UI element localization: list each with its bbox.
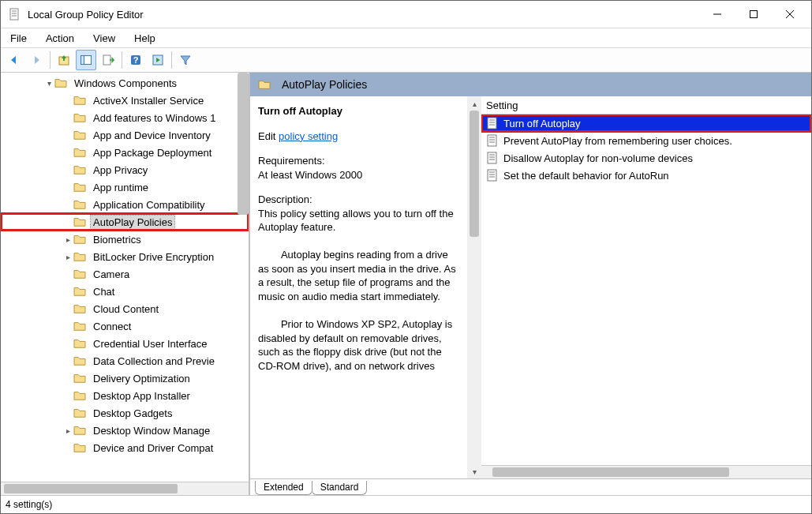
edit-label: Edit: [258, 130, 275, 142]
tree-horizontal-scrollbar-thumb[interactable]: [4, 484, 178, 493]
column-header-setting[interactable]: Setting: [481, 96, 811, 114]
menu-help[interactable]: Help: [131, 31, 159, 46]
window-title: Local Group Policy Editor: [28, 9, 699, 21]
svg-rect-5: [750, 11, 758, 18]
tree-item[interactable]: Desktop App Installer: [1, 387, 249, 404]
folder-icon: [258, 79, 275, 90]
tree-item[interactable]: BitLocker Drive Encryption: [1, 248, 249, 265]
help-button[interactable]: ?: [125, 50, 146, 70]
svg-rect-0: [10, 9, 18, 20]
settings-list-body[interactable]: Turn off AutoplayPrevent AutoPlay from r…: [481, 114, 811, 465]
tree-item[interactable]: Delivery Optimization: [1, 370, 249, 387]
tree-item[interactable]: App and Device Inventory: [1, 126, 249, 144]
requirements-label: Requirements:: [258, 155, 325, 167]
svg-rect-23: [488, 152, 496, 163]
list-horizontal-scrollbar[interactable]: [481, 465, 811, 478]
setting-row[interactable]: Set the default behavior for AutoRun: [481, 167, 811, 184]
tree-item-root[interactable]: Windows Components: [1, 74, 249, 92]
toolbar-separator: [122, 51, 122, 69]
tree-item[interactable]: Chat: [1, 283, 249, 300]
svg-rect-15: [488, 118, 496, 129]
tree-pane: Windows ComponentsActiveX Installer Serv…: [1, 73, 249, 495]
list-horizontal-scrollbar-thumb[interactable]: [492, 467, 729, 477]
up-button[interactable]: [54, 50, 74, 70]
description-text: This policy setting allows you to turn o…: [258, 208, 458, 372]
toolbar-separator: [171, 51, 172, 69]
view-tabs: Extended Standard: [250, 478, 811, 495]
requirements: Requirements: At least Windows 2000: [258, 154, 459, 182]
svg-text:?: ?: [133, 55, 139, 65]
requirements-value: At least Windows 2000: [258, 169, 362, 181]
scroll-up-icon[interactable]: ▴: [467, 96, 481, 111]
description: Description: This policy setting allows …: [258, 193, 459, 373]
status-text: 4 setting(s): [6, 499, 52, 510]
tree-item[interactable]: Application Compatibility: [1, 196, 249, 213]
chevron-down-icon[interactable]: [43, 79, 54, 88]
category-title: AutoPlay Policies: [282, 78, 367, 91]
menu-view[interactable]: View: [90, 31, 118, 46]
menu-file[interactable]: File: [7, 31, 30, 46]
category-header: AutoPlay Policies: [250, 73, 811, 96]
tree-item[interactable]: Connect: [1, 317, 249, 335]
tree-item[interactable]: App runtime: [1, 178, 249, 196]
export-list-button[interactable]: [98, 50, 118, 70]
description-label: Description:: [258, 193, 312, 205]
tree-item[interactable]: Desktop Gadgets: [1, 404, 249, 422]
show-tree-button[interactable]: [76, 50, 96, 70]
menubar: File Action View Help: [1, 28, 811, 48]
edit-policy-link[interactable]: policy setting: [279, 130, 338, 142]
tab-standard[interactable]: Standard: [312, 481, 368, 495]
setting-row[interactable]: Prevent AutoPlay from remembering user c…: [481, 132, 811, 149]
tree-horizontal-scrollbar[interactable]: [1, 482, 249, 495]
list-vertical-scrollbar[interactable]: ▴ ▾: [467, 96, 481, 478]
tree-item[interactable]: Device and Driver Compat: [1, 439, 249, 456]
edit-line: Edit policy setting: [258, 129, 459, 144]
chevron-right-icon[interactable]: [62, 426, 73, 435]
toolbar: ?: [1, 48, 811, 73]
scrollbar-track[interactable]: [467, 111, 481, 464]
window-buttons: [699, 1, 808, 28]
menu-action[interactable]: Action: [43, 31, 77, 46]
tree-item[interactable]: Cloud Content: [1, 300, 249, 317]
chevron-right-icon[interactable]: [62, 253, 73, 261]
content-area: Turn off Autoplay Edit policy setting Re…: [250, 96, 811, 478]
policy-title: Turn off Autoplay: [258, 104, 459, 118]
tree-scroll: Windows ComponentsActiveX Installer Serv…: [1, 73, 249, 482]
scroll-down-icon[interactable]: ▾: [467, 464, 481, 478]
filter-button[interactable]: [175, 50, 196, 70]
svg-rect-19: [488, 135, 496, 146]
details-pane: AutoPlay Policies Turn off Autoplay Edit…: [249, 73, 811, 495]
svg-rect-10: [81, 56, 84, 65]
minimize-button[interactable]: [699, 1, 735, 28]
maximize-button[interactable]: [735, 1, 772, 28]
properties-button[interactable]: [148, 50, 168, 70]
back-button[interactable]: [4, 50, 24, 70]
close-button[interactable]: [772, 1, 808, 28]
tree-item[interactable]: Data Collection and Previe: [1, 352, 249, 370]
tree-item[interactable]: Credential User Interface: [1, 335, 249, 352]
scrollbar-thumb[interactable]: [470, 111, 479, 237]
app-icon: [9, 8, 21, 21]
tree-vertical-scrollbar-thumb[interactable]: [238, 73, 249, 215]
statusbar: 4 setting(s): [1, 495, 811, 513]
titlebar: Local Group Policy Editor: [1, 1, 811, 28]
chevron-right-icon[interactable]: [62, 235, 73, 244]
tree-item[interactable]: Camera: [1, 265, 249, 283]
tree-item[interactable]: App Privacy: [1, 161, 249, 178]
setting-row[interactable]: Disallow Autoplay for non-volume devices: [481, 149, 811, 167]
tree[interactable]: Windows ComponentsActiveX Installer Serv…: [1, 73, 249, 482]
policy-detail: Turn off Autoplay Edit policy setting Re…: [250, 96, 467, 478]
setting-row[interactable]: Turn off Autoplay: [481, 114, 811, 132]
svg-rect-27: [488, 170, 496, 181]
toolbar-separator: [50, 51, 51, 69]
svg-rect-11: [103, 55, 110, 65]
tree-item[interactable]: Desktop Window Manage: [1, 422, 249, 439]
tree-item[interactable]: Biometrics: [1, 231, 249, 248]
tree-item[interactable]: App Package Deployment: [1, 144, 249, 161]
tab-extended[interactable]: Extended: [255, 481, 312, 495]
tree-item[interactable]: Add features to Windows 1: [1, 109, 249, 126]
settings-list: Setting Turn off AutoplayPrevent AutoPla…: [481, 96, 811, 478]
tree-item[interactable]: AutoPlay Policies: [1, 213, 249, 231]
tree-item[interactable]: ActiveX Installer Service: [1, 92, 249, 109]
forward-button[interactable]: [26, 50, 47, 70]
